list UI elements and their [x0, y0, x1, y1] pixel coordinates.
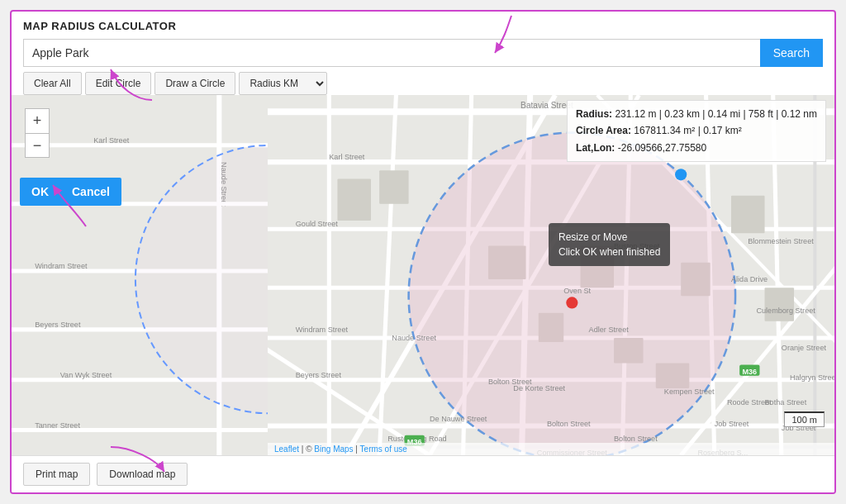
svg-text:Roode Street: Roode Street [727, 398, 772, 407]
draw-circle-button[interactable]: Draw a Circle [154, 72, 235, 95]
header: MAP RADIUS CALCULATOR Search Clear All E… [12, 12, 834, 95]
svg-text:Beyers Street: Beyers Street [296, 371, 342, 379]
svg-rect-39 [379, 170, 408, 204]
circle-area-value: 167811.34 m² | 0.17 km² [634, 125, 742, 136]
terms-link[interactable]: Terms of use [360, 445, 407, 454]
svg-text:Job Street: Job Street [715, 420, 749, 428]
svg-point-50 [566, 297, 577, 308]
bing-maps-link[interactable]: Bing Maps [314, 445, 353, 454]
svg-rect-46 [731, 196, 765, 234]
svg-text:Oven St: Oven St [563, 287, 591, 295]
search-button[interactable]: Search [760, 39, 823, 67]
svg-text:Beyers Street: Beyers Street [35, 321, 81, 329]
svg-text:Bolton Street: Bolton Street [547, 420, 591, 428]
cancel-button[interactable]: Cancel [60, 178, 121, 206]
latlon-info: Lat,Lon: -26.09566,27.75580 [576, 140, 817, 156]
map-area[interactable]: Batavia Street Karl Street Gould Street … [268, 95, 834, 455]
edit-circle-button[interactable]: Edit Circle [85, 72, 152, 95]
leaflet-link[interactable]: Leaflet [274, 445, 299, 454]
svg-rect-47 [765, 288, 794, 321]
sidebar-map-svg: Naude Street Karl Street Gould Street Wi… [12, 95, 268, 455]
ok-button[interactable]: OK [20, 178, 60, 206]
svg-rect-38 [337, 178, 371, 221]
tooltip-line1: Resize or Move [558, 230, 660, 245]
resize-tooltip: Resize or Move Click OK when finished [549, 223, 670, 266]
radius-label: Radius: [576, 108, 612, 120]
footer: Print map Download map [12, 455, 834, 492]
scale-bar: 100 m [784, 411, 825, 427]
clear-all-button[interactable]: Clear All [23, 72, 82, 95]
attribution-text: Leaflet | © Bing Maps | Terms of use [274, 445, 407, 454]
svg-text:M36: M36 [742, 368, 757, 376]
svg-text:Bolton Street: Bolton Street [488, 378, 532, 386]
latlon-value: -26.09566,27.75580 [618, 142, 706, 154]
download-map-button[interactable]: Download map [97, 463, 188, 486]
app-title: MAP RADIUS CALCULATOR [23, 20, 823, 32]
main-content: Naude Street Karl Street Gould Street Wi… [12, 95, 834, 455]
radius-value: 231.12 m | 0.23 km | 0.14 mi | 758 ft | … [615, 108, 817, 120]
zoom-in-button[interactable]: + [25, 108, 50, 133]
svg-text:Windram Street: Windram Street [35, 262, 88, 270]
svg-text:Naude Street: Naude Street [392, 334, 436, 342]
radius-unit-select[interactable]: Radius KM Radius Miles [239, 72, 327, 95]
svg-text:Halgryn Street: Halgryn Street [790, 373, 834, 382]
svg-text:Culemborg Street: Culemborg Street [756, 307, 815, 315]
zoom-controls: + − [25, 108, 50, 158]
radius-info: Radius: 231.12 m | 0.23 km | 0.14 mi | 7… [576, 106, 817, 122]
toolbar-row: Clear All Edit Circle Draw a Circle Radi… [23, 72, 823, 95]
search-input[interactable] [23, 39, 760, 67]
svg-point-51 [675, 169, 687, 180]
svg-text:Blommestein Street: Blommestein Street [748, 237, 814, 245]
circle-area-label: Circle Area: [576, 125, 631, 136]
svg-text:Tanner Street: Tanner Street [35, 421, 80, 430]
map-sidebar: Naude Street Karl Street Gould Street Wi… [12, 95, 268, 455]
print-map-button[interactable]: Print map [23, 463, 90, 486]
svg-text:Karl Street: Karl Street [93, 136, 130, 145]
info-panel: Radius: 231.12 m | 0.23 km | 0.14 mi | 7… [567, 100, 826, 162]
zoom-out-button[interactable]: − [25, 133, 50, 158]
ok-cancel-overlay: OK Cancel [20, 178, 121, 206]
svg-text:De Nauwe Street: De Nauwe Street [430, 415, 487, 423]
svg-text:Karl Street: Karl Street [329, 153, 365, 161]
svg-text:Adler Street: Adler Street [589, 326, 630, 334]
latlon-label: Lat,Lon: [576, 142, 615, 154]
svg-text:Batavia Street: Batavia Street [520, 101, 573, 110]
svg-text:Kempen Street: Kempen Street [664, 388, 715, 396]
svg-text:Bolton Street: Bolton Street [614, 435, 658, 443]
svg-text:Gould Street: Gould Street [296, 220, 339, 228]
svg-text:Alida Drive: Alida Drive [731, 275, 768, 283]
circle-area-info: Circle Area: 167811.34 m² | 0.17 km² [576, 122, 817, 139]
search-row: Search [23, 39, 823, 67]
map-attribution: Leaflet | © Bing Maps | Terms of use [268, 443, 834, 455]
app-container: MAP RADIUS CALCULATOR Search Clear All E… [10, 10, 836, 494]
svg-text:Oranje Street: Oranje Street [782, 344, 827, 352]
svg-text:Windram Street: Windram Street [296, 326, 349, 334]
svg-text:Van Wyk Street: Van Wyk Street [60, 371, 112, 379]
tooltip-line2: Click OK when finished [558, 245, 660, 259]
